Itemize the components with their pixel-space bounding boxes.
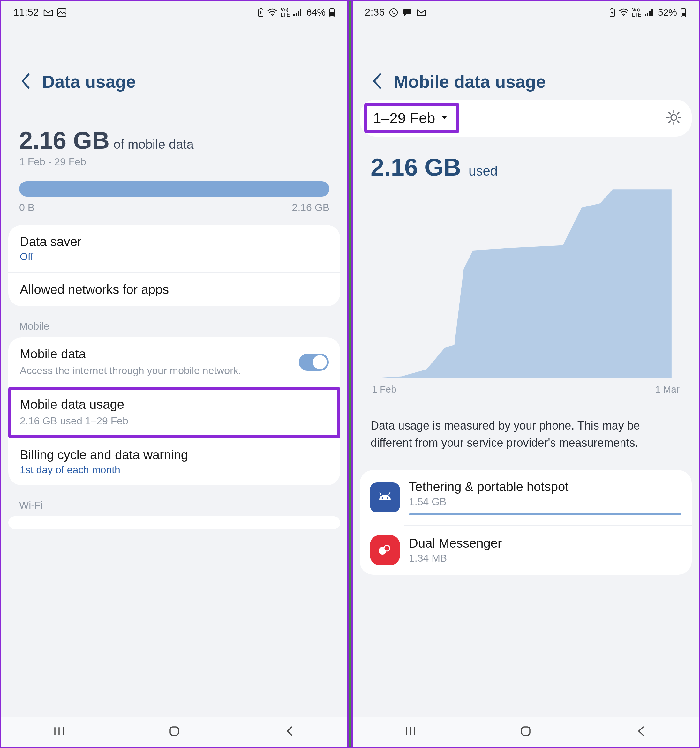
usage-disclaimer: Data usage is measured by your phone. Th… [353,395,699,452]
row-data-saver[interactable]: Data saver Off [8,225,340,272]
gmail-icon [43,9,53,16]
per-app-usage: Tethering & portable hotspot 1.54 GB Dua… [360,470,692,575]
row-mobile-data[interactable]: Mobile data Access the internet through … [8,337,340,387]
svg-rect-14 [170,727,178,735]
whatsapp-icon [389,8,398,17]
page-header: Mobile data usage [353,24,699,98]
allowed-networks-title: Allowed networks for apps [20,283,329,297]
app-row-dual-messenger[interactable]: Dual Messenger 1.34 MB [360,526,692,575]
svg-rect-5 [295,13,297,16]
page-header: Data usage [1,24,347,102]
home-button[interactable] [167,724,182,740]
nav-back-button[interactable] [282,724,297,740]
row-billing-cycle[interactable]: Billing cycle and data warning 1st day o… [8,438,340,485]
app-amount: 1.34 MB [409,552,682,564]
wifi-icon [267,8,277,17]
messages-icon [403,8,412,17]
svg-line-38 [380,493,381,495]
svg-point-26 [671,114,677,120]
home-button[interactable] [518,724,533,740]
data-summary: 2.16 GB of mobile data 1 Feb - 29 Feb 0 … [1,102,347,213]
svg-rect-24 [682,8,684,9]
volte-icon: Vo)LTE [632,8,641,18]
svg-point-36 [382,497,383,499]
svg-rect-0 [58,9,66,16]
data-saver-title: Data saver [20,234,329,249]
app-row-tethering[interactable]: Tethering & portable hotspot 1.54 GB [360,470,692,525]
mobile-data-toggle[interactable] [299,354,329,371]
battery-icon [329,8,335,18]
svg-rect-45 [522,727,530,735]
status-bar: 11:52 Vo)LTE 64% [1,1,347,24]
android-navbar [1,717,347,747]
data-amount: 2.16 GB [19,126,110,154]
row-mobile-data-usage[interactable]: Mobile data usage 2.16 GB used 1–29 Feb [8,387,340,438]
wifi-icon [619,8,629,17]
battery-saver-icon [257,8,264,17]
svg-point-41 [384,545,390,551]
phone-mobile-data-usage: 2:36 Vo)LTE 52% Mobile data usage 1–29 F… [353,1,699,747]
svg-rect-2 [260,8,262,9]
svg-rect-10 [330,12,333,16]
row-allowed-networks[interactable]: Allowed networks for apps [8,272,340,306]
battery-percent: 52% [658,7,677,18]
app-name: Tethering & portable hotspot [409,480,682,494]
svg-line-31 [669,113,670,114]
usage-suffix: used [469,163,498,179]
svg-rect-4 [293,14,295,16]
section-wifi-label: Wi-Fi [1,485,347,512]
mobile-usage-title: Mobile data usage [20,397,329,412]
app-name: Dual Messenger [409,536,682,550]
android-icon [370,482,400,512]
svg-line-32 [677,121,679,123]
status-bar: 2:36 Vo)LTE 52% [353,1,699,24]
svg-rect-17 [611,8,613,9]
mobile-data-title: Mobile data [20,347,292,361]
gmail-icon [417,9,426,16]
recents-button[interactable] [403,724,418,740]
dual-messenger-icon [370,535,400,565]
status-time: 2:36 [365,7,385,18]
mobile-usage-sub: 2.16 GB used 1–29 Feb [20,414,329,428]
svg-point-18 [623,15,624,16]
date-range: 1 Feb - 29 Feb [19,156,329,168]
signal-icon [644,9,653,16]
card-mobile: Mobile data Access the internet through … [8,337,340,485]
usage-summary: 2.16 GB used [353,137,699,184]
usage-amount: 2.16 GB [371,153,461,181]
usage-chart: 1 Feb 1 Mar [353,184,699,395]
progress-min: 0 B [19,202,35,213]
back-button[interactable] [371,73,383,91]
phone-data-usage: 11:52 Vo)LTE 64% Data usage 2.16 GB of m… [1,1,347,747]
dropdown-icon [441,115,448,121]
billing-sub: 1st day of each month [20,464,329,476]
page-title: Mobile data usage [394,71,546,92]
svg-rect-6 [298,11,299,16]
section-mobile-label: Mobile [1,306,347,333]
volte-icon: Vo)LTE [281,8,290,18]
battery-percent: 64% [306,7,326,18]
svg-line-39 [389,493,390,495]
date-range-bar: 1–29 Feb [360,100,692,137]
date-range-label: 1–29 Feb [373,109,435,127]
battery-saver-icon [609,8,615,17]
card-general: Data saver Off Allowed networks for apps [8,225,340,306]
svg-rect-21 [649,11,651,16]
svg-rect-20 [647,13,648,16]
back-button[interactable] [19,73,31,91]
progress-max: 2.16 GB [292,202,329,213]
svg-rect-22 [651,9,653,16]
chart-axis-start: 1 Feb [372,384,396,395]
chart-axis-end: 1 Mar [655,384,680,395]
data-saver-value: Off [20,251,329,263]
svg-rect-7 [300,9,301,16]
android-navbar [353,717,699,747]
app-amount: 1.54 GB [409,496,682,508]
nav-back-button[interactable] [634,724,648,740]
svg-rect-19 [645,14,646,16]
battery-icon [680,8,686,18]
date-range-dropdown[interactable]: 1–29 Feb [364,103,459,133]
settings-button[interactable] [665,109,682,127]
svg-line-34 [669,121,670,123]
recents-button[interactable] [52,724,66,740]
